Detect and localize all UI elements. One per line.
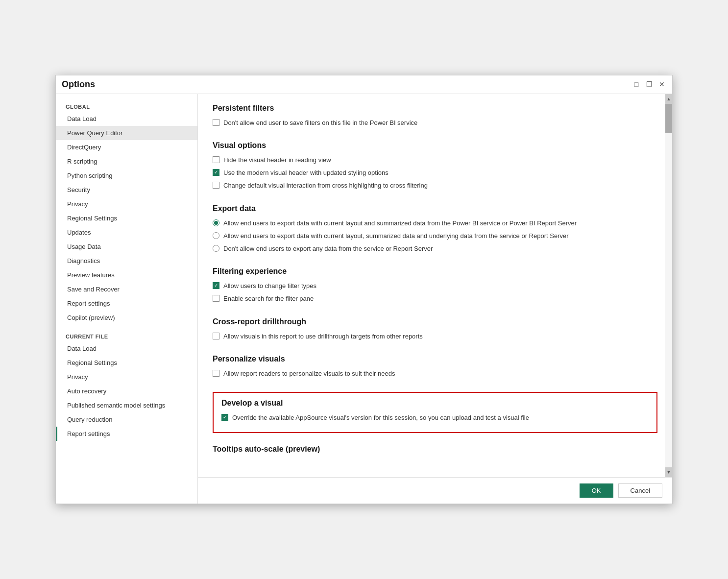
window-controls: □ ❐ ✕: [632, 80, 666, 89]
develop-visual-title: Develop a visual: [221, 399, 649, 408]
visual-options-label-1: Hide the visual header in reading view: [223, 156, 331, 165]
personalize-visuals-checkbox-1[interactable]: [213, 370, 219, 377]
visual-options-label-3: Change default visual interaction from c…: [223, 181, 428, 190]
footer-bar: OK Cancel: [198, 477, 672, 504]
sidebar-item-directquery[interactable]: DirectQuery: [56, 140, 197, 154]
scroll-down-arrow[interactable]: ▼: [665, 467, 672, 477]
scroll-thumb[interactable]: [665, 104, 672, 133]
maximize-button[interactable]: ❐: [645, 80, 654, 89]
sidebar-item-regional-settings[interactable]: Regional Settings: [56, 211, 197, 225]
export-data-option-3: Don't allow end users to export any data…: [213, 244, 657, 253]
personalize-visuals-label-1: Allow report readers to personalize visu…: [223, 369, 395, 378]
sidebar-item-python-scripting[interactable]: Python scripting: [56, 169, 197, 183]
section-export-data: Export data Allow end users to export da…: [213, 204, 657, 254]
persistent-filters-title: Persistent filters: [213, 104, 657, 113]
title-bar: Options □ ❐ ✕: [56, 75, 672, 94]
filtering-experience-label-2: Enable search for the filter pane: [223, 294, 314, 303]
export-data-label-3: Don't allow end users to export any data…: [223, 244, 433, 253]
close-button[interactable]: ✕: [657, 80, 666, 89]
ok-button[interactable]: OK: [580, 483, 613, 498]
sidebar-item-cf-report-settings[interactable]: Report settings: [56, 427, 197, 441]
filtering-experience-option-2: Enable search for the filter pane: [213, 294, 657, 303]
cross-report-checkbox-1[interactable]: [213, 333, 219, 339]
sidebar-item-save-and-recover[interactable]: Save and Recover: [56, 282, 197, 296]
sidebar-item-r-scripting[interactable]: R scripting: [56, 154, 197, 169]
visual-options-title: Visual options: [213, 141, 657, 150]
filtering-experience-label-1: Allow users to change filter types: [223, 282, 316, 290]
export-data-radio-3[interactable]: [213, 245, 219, 252]
sidebar-item-data-load[interactable]: Data Load: [56, 112, 197, 126]
sidebar-item-preview-features[interactable]: Preview features: [56, 268, 197, 282]
export-data-radio-1[interactable]: [213, 219, 219, 226]
sidebar-item-cf-regional-settings[interactable]: Regional Settings: [56, 356, 197, 370]
sidebar-item-cf-published-semantic[interactable]: Published semantic model settings: [56, 398, 197, 412]
persistent-filters-option-1: Don't allow end user to save filters on …: [213, 119, 657, 127]
window-title: Options: [62, 79, 95, 90]
sidebar-item-copilot-preview[interactable]: Copilot (preview): [56, 311, 197, 325]
section-tooltips-autoscale: Tooltips auto-scale (preview): [213, 445, 657, 454]
section-develop-visual: Develop a visual Override the available …: [213, 392, 657, 433]
sidebar-item-power-query-editor[interactable]: Power Query Editor: [56, 126, 197, 140]
section-filtering-experience: Filtering experience Allow users to chan…: [213, 267, 657, 303]
visual-options-checkbox-3[interactable]: [213, 182, 219, 189]
visual-options-option-2: Use the modern visual header with update…: [213, 169, 657, 177]
minimize-button[interactable]: □: [632, 80, 641, 89]
current-file-section-label: CURRENT FILE: [56, 330, 197, 341]
personalize-visuals-title: Personalize visuals: [213, 355, 657, 363]
sidebar-item-cf-query-reduction[interactable]: Query reduction: [56, 412, 197, 427]
filtering-experience-title: Filtering experience: [213, 267, 657, 276]
persistent-filters-checkbox-1[interactable]: [213, 119, 219, 126]
visual-options-checkbox-2[interactable]: [213, 169, 219, 176]
filtering-experience-checkbox-2[interactable]: [213, 295, 219, 302]
cross-report-title: Cross-report drillthrough: [213, 317, 657, 326]
global-section-label: GLOBAL: [56, 100, 197, 112]
export-data-option-1: Allow end users to export data with curr…: [213, 219, 657, 228]
sidebar-item-cf-data-load[interactable]: Data Load: [56, 341, 197, 356]
cross-report-label-1: Allow visuals in this report to use dril…: [223, 332, 423, 341]
section-persistent-filters: Persistent filters Don't allow end user …: [213, 104, 657, 127]
export-data-radio-2[interactable]: [213, 232, 219, 239]
sidebar-item-updates[interactable]: Updates: [56, 225, 197, 240]
develop-visual-label-1: Override the available AppSource visual'…: [232, 413, 529, 422]
main-scroll-area: Persistent filters Don't allow end user …: [198, 94, 672, 477]
export-data-title: Export data: [213, 204, 657, 213]
persistent-filters-label-1: Don't allow end user to save filters on …: [223, 119, 417, 127]
section-cross-report: Cross-report drillthrough Allow visuals …: [213, 317, 657, 341]
scrollbar[interactable]: ▲ ▼: [665, 94, 672, 477]
cross-report-option-1: Allow visuals in this report to use dril…: [213, 332, 657, 341]
visual-options-option-3: Change default visual interaction from c…: [213, 181, 657, 190]
section-personalize-visuals: Personalize visuals Allow report readers…: [213, 355, 657, 378]
sidebar-item-diagnostics[interactable]: Diagnostics: [56, 254, 197, 268]
visual-options-checkbox-1[interactable]: [213, 156, 219, 163]
sidebar-item-security[interactable]: Security: [56, 183, 197, 197]
tooltips-autoscale-title: Tooltips auto-scale (preview): [213, 445, 657, 454]
sidebar-item-cf-auto-recovery[interactable]: Auto recovery: [56, 384, 197, 398]
visual-options-label-2: Use the modern visual header with update…: [223, 169, 388, 177]
sidebar-item-cf-privacy[interactable]: Privacy: [56, 370, 197, 384]
export-data-option-2: Allow end users to export data with curr…: [213, 232, 657, 241]
filtering-experience-option-1: Allow users to change filter types: [213, 282, 657, 290]
content-area: GLOBAL Data Load Power Query Editor Dire…: [56, 94, 672, 504]
sidebar-item-usage-data[interactable]: Usage Data: [56, 240, 197, 254]
develop-visual-option-1: Override the available AppSource visual'…: [221, 413, 649, 422]
section-visual-options: Visual options Hide the visual header in…: [213, 141, 657, 191]
main-content: Persistent filters Don't allow end user …: [198, 94, 672, 504]
sidebar-item-report-settings-global[interactable]: Report settings: [56, 296, 197, 311]
export-data-label-1: Allow end users to export data with curr…: [223, 219, 577, 228]
cancel-button[interactable]: Cancel: [618, 483, 662, 498]
personalize-visuals-option-1: Allow report readers to personalize visu…: [213, 369, 657, 378]
export-data-label-2: Allow end users to export data with curr…: [223, 232, 569, 241]
options-window: Options □ ❐ ✕ GLOBAL Data Load Power Que…: [55, 75, 673, 504]
develop-visual-checkbox-1[interactable]: [221, 414, 228, 421]
scroll-up-arrow[interactable]: ▲: [665, 94, 672, 104]
visual-options-option-1: Hide the visual header in reading view: [213, 156, 657, 165]
sidebar: GLOBAL Data Load Power Query Editor Dire…: [56, 94, 198, 504]
filtering-experience-checkbox-1[interactable]: [213, 282, 219, 289]
sidebar-item-privacy[interactable]: Privacy: [56, 197, 197, 211]
